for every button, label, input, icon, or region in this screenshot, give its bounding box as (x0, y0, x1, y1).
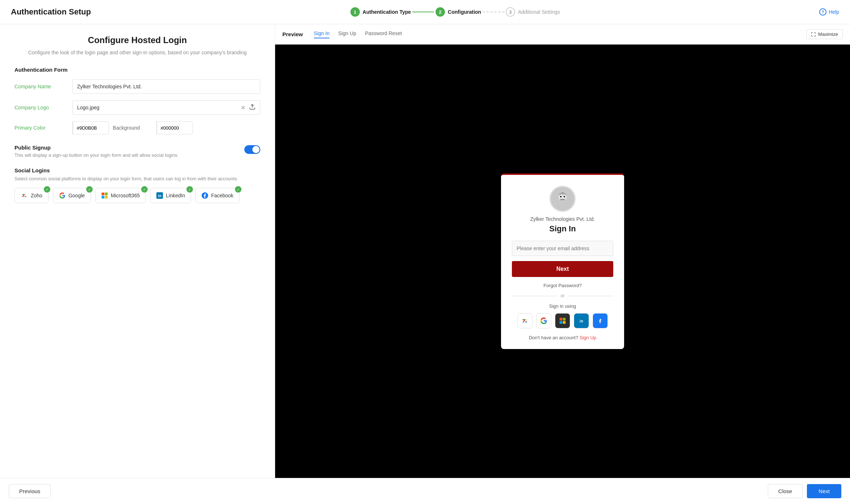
preview-area: Zylker Technologies Pvt. Ltd. Sign In Ne… (275, 45, 850, 478)
form-section-title: Authentication Form (14, 67, 260, 73)
microsoft-check-icon: ✓ (141, 186, 148, 193)
step-1-number: 1 (354, 9, 356, 15)
background-label: Background (113, 125, 156, 131)
previous-button[interactable]: Previous (9, 484, 51, 498)
login-email-input[interactable] (512, 241, 613, 256)
social-card-zoho[interactable]: ✓ Zoho (14, 188, 49, 203)
public-signup-text: Public Signup This will display a sign-u… (14, 144, 178, 159)
company-name-label: Company Name (14, 84, 72, 89)
maximize-label: Maximize (818, 32, 838, 37)
panel-title: Configure Hosted Login (14, 35, 260, 45)
step-1-label: Authentication Type (363, 9, 411, 15)
svg-rect-21 (560, 321, 563, 324)
microsoft-icon (101, 192, 108, 199)
social-card-microsoft[interactable]: ✓ Microsoft365 (95, 188, 146, 203)
logo-filename: Logo.jpeg (77, 105, 241, 110)
login-forgot-password[interactable]: Forgot Password? (543, 283, 582, 288)
company-logo-row: Company Logo Logo.jpeg ✕ (14, 100, 260, 115)
svg-rect-3 (105, 193, 108, 196)
company-logo-label: Company Logo (14, 105, 72, 110)
tab-sign-up[interactable]: Sign Up (338, 30, 356, 38)
social-logins-desc: Select common social platforms to displa… (14, 176, 260, 182)
zoho-check-icon: ✓ (44, 186, 50, 193)
logo-actions: ✕ (241, 104, 256, 112)
right-panel: Preview Sign In Sign Up Password Reset M… (275, 24, 850, 478)
login-avatar (550, 186, 576, 212)
svg-rect-2 (102, 193, 105, 196)
login-google-btn[interactable] (536, 313, 551, 328)
facebook-icon (202, 192, 208, 199)
social-cards: ✓ Zoho ✓ (14, 188, 260, 203)
svg-rect-1 (21, 192, 28, 199)
login-facebook-btn[interactable] (593, 313, 608, 328)
zoho-icon (21, 192, 28, 199)
svg-point-14 (560, 196, 562, 198)
linkedin-label: LinkedIn (166, 193, 185, 198)
maximize-button[interactable]: Maximize (806, 29, 843, 39)
social-card-facebook[interactable]: ✓ Facebook (195, 188, 239, 203)
panel-subtitle: Configure the look of the login page and… (14, 49, 260, 56)
help-button[interactable]: ? Help (819, 8, 839, 16)
svg-rect-19 (560, 318, 563, 321)
background-color-input[interactable] (157, 121, 193, 134)
linkedin-icon (156, 192, 163, 199)
login-microsoft-icon (559, 318, 566, 324)
toggle-knob (252, 146, 260, 153)
preview-tabs: Sign In Sign Up Password Reset (314, 30, 402, 38)
logo-upload-button[interactable] (249, 104, 256, 112)
toggle-row: Public Signup This will display a sign-u… (14, 144, 260, 159)
step-1: 1 Authentication Type (350, 7, 411, 17)
avatar-image (551, 186, 575, 211)
logo-clear-button[interactable]: ✕ (241, 104, 245, 111)
left-panel: Configure Hosted Login Configure the loo… (0, 24, 275, 478)
no-account-text: Don't have an account? (529, 335, 578, 340)
public-signup-title: Public Signup (14, 144, 178, 151)
page-title: Authentication Setup (11, 7, 91, 17)
public-signup-section: Public Signup This will display a sign-u… (14, 144, 260, 159)
main-content: Configure Hosted Login Configure the loo… (0, 24, 850, 478)
company-name-input[interactable] (72, 79, 260, 94)
page-wrapper: Authentication Setup 1 Authentication Ty… (0, 0, 850, 504)
or-line-left (512, 296, 557, 296)
step-3: 3 Additional Settings (506, 7, 560, 17)
or-text: or (561, 293, 565, 298)
footer: Previous Close Next (0, 478, 850, 504)
login-google-icon (540, 317, 547, 324)
login-linkedin-btn[interactable] (574, 313, 589, 328)
login-microsoft-btn[interactable] (555, 313, 570, 328)
social-card-google[interactable]: ✓ Google (53, 188, 91, 203)
close-button[interactable]: Close (768, 484, 803, 498)
background-color-field: Background (102, 121, 189, 134)
login-zoho-btn[interactable] (517, 313, 533, 328)
svg-rect-16 (560, 199, 565, 200)
social-card-linkedin[interactable]: ✓ LinkedIn (150, 188, 191, 203)
facebook-label: Facebook (211, 193, 233, 198)
login-or-divider: or (512, 293, 613, 298)
svg-rect-5 (105, 196, 108, 199)
logo-input-wrapper: Logo.jpeg ✕ (72, 100, 260, 115)
svg-rect-18 (562, 193, 563, 194)
step-3-number: 3 (509, 9, 512, 15)
sign-up-link[interactable]: Sign Up (580, 335, 596, 340)
public-signup-desc: This will display a sign-up button on yo… (14, 152, 178, 159)
facebook-check-icon: ✓ (235, 186, 241, 193)
primary-color-field: Primary Color (14, 121, 95, 134)
step-2-label: Configuration (448, 9, 481, 15)
primary-color-label: Primary Color (14, 125, 72, 131)
tab-password-reset[interactable]: Password Reset (365, 30, 402, 38)
login-card: Zylker Technologies Pvt. Ltd. Sign In Ne… (501, 173, 624, 349)
step-1-circle: 1 (350, 7, 360, 17)
sign-in-using-label: Sign in using (512, 303, 613, 309)
or-line-right (568, 296, 613, 296)
preview-label: Preview (282, 31, 303, 37)
next-button[interactable]: Next (807, 484, 841, 498)
maximize-icon (811, 32, 816, 37)
public-signup-toggle[interactable] (244, 145, 260, 154)
header: Authentication Setup 1 Authentication Ty… (0, 0, 850, 24)
login-title: Sign In (549, 224, 576, 234)
login-next-button[interactable]: Next (512, 261, 613, 277)
help-icon: ? (819, 8, 826, 16)
step-3-circle: 3 (506, 7, 515, 17)
tab-sign-in[interactable]: Sign In (314, 30, 330, 38)
footer-right: Close Next (768, 484, 841, 498)
